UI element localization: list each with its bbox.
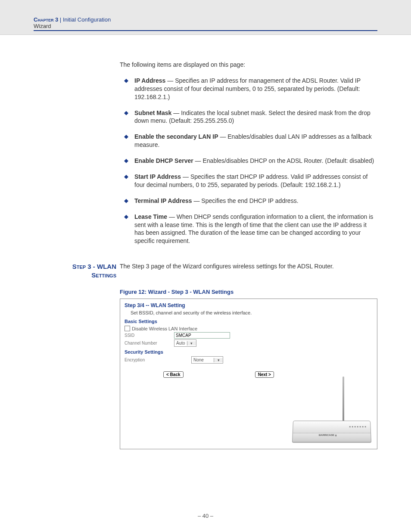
item-label: Subnet Mask bbox=[134, 109, 171, 116]
list-item: Subnet Mask — Indicates the local subnet… bbox=[120, 109, 377, 125]
section-heading-line2: Settings bbox=[91, 271, 116, 279]
encryption-value: None bbox=[192, 358, 206, 362]
list-item: Terminal IP Address — Specifies the end … bbox=[120, 197, 377, 205]
chapter-title: Initial Configuration bbox=[63, 16, 111, 23]
item-list: IP Address — Specifies an IP address for… bbox=[120, 77, 377, 245]
item-label: Enable DHCP Server bbox=[134, 157, 193, 164]
channel-select[interactable]: Auto ▾ bbox=[174, 339, 196, 347]
page-header: Chapter 3 | Initial Configuration Wizard bbox=[0, 0, 411, 35]
item-label: Lease Time bbox=[134, 213, 167, 220]
encryption-label: Encryption bbox=[125, 358, 191, 362]
list-item: Lease Time — When DHCP sends configurati… bbox=[120, 213, 377, 246]
list-item: Enable the secondary LAN IP — Enables/di… bbox=[120, 133, 377, 149]
section-heading-line1: Step 3 - WLAN bbox=[72, 263, 116, 270]
next-button[interactable]: Next > bbox=[255, 371, 274, 378]
list-item: Start IP Address — Specifies the start D… bbox=[120, 173, 377, 189]
page-number: – 40 – bbox=[0, 513, 411, 519]
chevron-down-icon: ▾ bbox=[187, 341, 196, 345]
item-text: — Specifies an IP address for management… bbox=[134, 77, 361, 100]
ssid-label: SSID bbox=[125, 333, 174, 338]
chapter-label: Chapter 3 bbox=[34, 16, 58, 23]
disable-wlan-label: Disable Wireless LAN Interface bbox=[132, 326, 197, 331]
item-label: Terminal IP Address bbox=[134, 197, 192, 204]
basic-settings-heading: Basic Settings bbox=[125, 319, 373, 324]
router-brand: BARRICADE g bbox=[319, 434, 337, 436]
item-text: — Enables/disables DHCP on the ADSL Rout… bbox=[193, 157, 374, 164]
channel-label: Channel Number bbox=[125, 341, 174, 345]
router-image: BARRICADE g bbox=[289, 394, 371, 445]
item-label: IP Address bbox=[134, 77, 165, 84]
disable-wlan-checkbox[interactable] bbox=[125, 326, 130, 331]
section-heading: Step 3 - WLAN Settings bbox=[34, 262, 120, 279]
intro-text: The following items are displayed on thi… bbox=[120, 61, 377, 69]
wizard-step-title: Step 3/4 -- WLAN Setting bbox=[125, 302, 373, 308]
ssid-input[interactable] bbox=[174, 332, 230, 339]
item-text: — When DHCP sends configuration informat… bbox=[134, 213, 373, 245]
header-rule bbox=[34, 30, 377, 31]
security-settings-heading: Security Settings bbox=[125, 349, 373, 355]
back-button[interactable]: < Back bbox=[163, 371, 184, 378]
list-item: IP Address — Specifies an IP address for… bbox=[120, 77, 377, 101]
header-divider: | bbox=[60, 16, 61, 23]
wizard-step-subtitle: Set BSSID, channel and security of the w… bbox=[131, 310, 373, 315]
channel-value: Auto bbox=[174, 341, 187, 345]
section-body: The Step 3 page of the Wizard configures… bbox=[120, 262, 377, 271]
item-label: Start IP Address bbox=[134, 173, 181, 180]
item-label: Enable the secondary LAN IP bbox=[134, 133, 218, 140]
item-text: — Specifies the end DHCP IP address. bbox=[192, 197, 299, 204]
chevron-down-icon: ▾ bbox=[214, 358, 223, 362]
figure-caption: Figure 12: Wizard - Step 3 - WLAN Settin… bbox=[120, 289, 377, 295]
figure-screenshot: Step 3/4 -- WLAN Setting Set BSSID, chan… bbox=[120, 299, 377, 449]
chapter-subtitle: Wizard bbox=[34, 23, 377, 29]
list-item: Enable DHCP Server — Enables/disables DH… bbox=[120, 157, 377, 165]
encryption-select[interactable]: None ▾ bbox=[191, 356, 223, 364]
